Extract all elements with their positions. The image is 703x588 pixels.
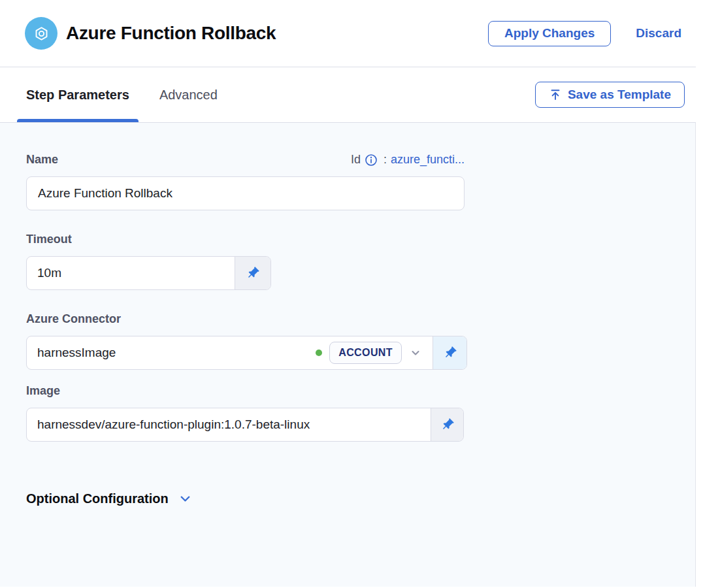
- step-parameters-form: Name Id : azure_functi... Timeout: [0, 123, 696, 587]
- save-as-template-label: Save as Template: [568, 88, 671, 102]
- timeout-pin-button[interactable]: [235, 257, 270, 289]
- pushpin-icon: [440, 417, 455, 432]
- optional-configuration-title: Optional Configuration: [26, 491, 169, 506]
- optional-configuration-toggle[interactable]: Optional Configuration: [26, 491, 695, 506]
- step-config-panel: Azure Function Rollback Apply Changes Di…: [0, 0, 696, 588]
- image-field: [27, 408, 431, 441]
- save-as-template-button[interactable]: Save as Template: [535, 82, 685, 108]
- apply-changes-label: Apply Changes: [504, 26, 595, 41]
- header-actions: Apply Changes Discard: [488, 21, 681, 46]
- tab-step-parameters-label: Step Parameters: [26, 88, 129, 103]
- image-pin-button[interactable]: [431, 408, 463, 441]
- azure-function-step-icon: [25, 17, 57, 50]
- connector-scope-badge: ACCOUNT: [329, 342, 402, 364]
- timeout-input[interactable]: [37, 266, 224, 280]
- timeout-input-group: [26, 256, 271, 290]
- azure-connector-value: harnessImage: [37, 346, 116, 360]
- id-separator: :: [384, 153, 387, 167]
- tab-advanced[interactable]: Advanced: [159, 67, 218, 122]
- step-id-row: Id : azure_functi...: [351, 153, 465, 167]
- image-label: Image: [26, 384, 695, 398]
- pushpin-icon: [443, 346, 457, 360]
- tab-step-parameters[interactable]: Step Parameters: [26, 67, 129, 122]
- apply-changes-button[interactable]: Apply Changes: [488, 21, 611, 46]
- connector-status-dot: [316, 350, 322, 356]
- tab-advanced-label: Advanced: [159, 88, 218, 103]
- pushpin-icon: [246, 266, 260, 280]
- name-label-row: Name Id : azure_functi...: [26, 153, 465, 167]
- discard-link[interactable]: Discard: [636, 26, 681, 41]
- header: Azure Function Rollback Apply Changes Di…: [0, 0, 696, 67]
- step-id-value[interactable]: azure_functi...: [391, 153, 465, 167]
- name-label: Name: [26, 153, 58, 167]
- page-title: Azure Function Rollback: [66, 23, 276, 44]
- upload-icon: [549, 88, 562, 101]
- azure-connector-select-field[interactable]: harnessImage ACCOUNT: [27, 336, 433, 369]
- tab-bar: Step Parameters Advanced Save as Templat…: [0, 67, 696, 123]
- azure-connector-label: Azure Connector: [26, 312, 695, 326]
- chevron-down-icon: [178, 491, 193, 506]
- connector-right-controls: ACCOUNT: [316, 342, 422, 364]
- info-icon[interactable]: [365, 154, 378, 167]
- chevron-down-icon[interactable]: [409, 346, 422, 359]
- image-input-group: [26, 408, 464, 442]
- timeout-field: [27, 257, 235, 289]
- azure-connector-input-group: harnessImage ACCOUNT: [26, 336, 467, 370]
- azure-connector-pin-button[interactable]: [433, 336, 466, 369]
- id-label: Id: [351, 153, 361, 167]
- name-input[interactable]: [26, 176, 465, 210]
- timeout-label: Timeout: [26, 233, 695, 246]
- image-input[interactable]: [37, 417, 420, 432]
